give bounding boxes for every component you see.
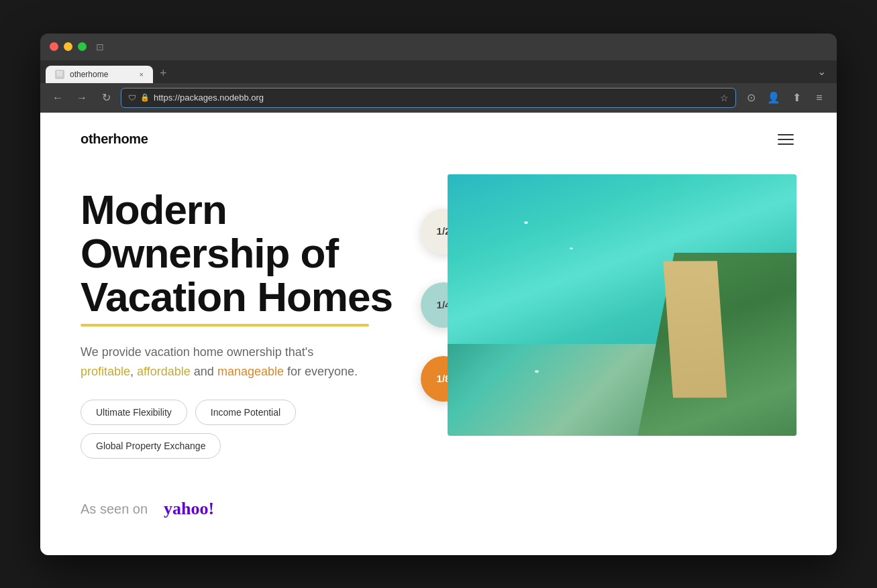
nav-right-buttons: ⊙ 👤 ⬆ ≡ <box>741 89 829 107</box>
title-line1: Modern <box>81 186 227 233</box>
boat-dot-1 <box>524 221 528 224</box>
minimize-button[interactable] <box>64 42 72 51</box>
menu-button[interactable]: ≡ <box>810 89 829 107</box>
text-and: and <box>194 365 214 378</box>
title-underline <box>81 324 369 327</box>
comma1: , <box>130 365 134 378</box>
window-icon: ⊡ <box>96 42 104 52</box>
hamburger-button[interactable] <box>775 131 796 148</box>
tag-income-potential[interactable]: Income Potential <box>195 400 296 425</box>
bookmark-icon[interactable]: ☆ <box>720 93 729 103</box>
forward-button[interactable]: → <box>72 89 91 107</box>
pocket-button[interactable]: ⊙ <box>741 89 760 107</box>
tab-favicon: ⬜ <box>55 70 64 79</box>
active-tab[interactable]: ⬜ otherhome × <box>46 66 153 83</box>
url-text: https://packages.nodebb.org <box>154 93 716 103</box>
new-tab-button[interactable]: + <box>153 64 174 83</box>
tag-buttons: Ultimate Flexibility Income Potential Gl… <box>81 400 407 459</box>
titlebar: ⊡ <box>40 34 837 60</box>
text-affordable: affordable <box>137 365 191 378</box>
text-profitable: profitable <box>81 365 130 378</box>
hero-image-area: 1/2 1/4 1/8 <box>448 174 796 436</box>
site-logo: otherhome <box>81 131 148 147</box>
title-line3: Vacation Homes <box>81 274 393 320</box>
browser-window: ⊡ ⬜ otherhome × + ⌄ ← → ↻ 🛡 🔒 https://pa… <box>40 34 837 555</box>
back-button[interactable]: ← <box>48 89 67 107</box>
hero-image <box>448 174 796 436</box>
refresh-button[interactable]: ↻ <box>97 89 115 107</box>
hero-text: Modern Ownership of Vacation Homes We pr… <box>81 174 407 459</box>
account-button[interactable]: 👤 <box>764 89 783 107</box>
as-seen-on: As seen on yahoo! <box>40 485 837 526</box>
close-button[interactable] <box>50 42 58 51</box>
navbar: ← → ↻ 🛡 🔒 https://packages.nodebb.org ☆ … <box>40 83 837 113</box>
maximize-button[interactable] <box>78 42 87 51</box>
hero-title: Modern Ownership of Vacation Homes <box>81 188 407 318</box>
tag-ultimate-flexibility[interactable]: Ultimate Flexibility <box>81 400 187 425</box>
hamburger-line-2 <box>778 139 794 140</box>
title-line2: Ownership of <box>81 230 338 276</box>
hero-description: We provide vacation home ownership that'… <box>81 343 407 381</box>
as-seen-label: As seen on <box>81 502 148 517</box>
tag-global-property-exchange[interactable]: Global Property Exchange <box>81 433 221 459</box>
share-button[interactable]: ⬆ <box>787 89 806 107</box>
tab-close-button[interactable]: × <box>140 70 144 78</box>
hamburger-line-1 <box>778 134 794 135</box>
tabs-expand-icon[interactable]: ⌄ <box>812 60 831 83</box>
hero-section: Modern Ownership of Vacation Homes We pr… <box>40 161 837 486</box>
lock-icon: 🔒 <box>140 93 150 102</box>
text-manageable: manageable <box>217 365 284 378</box>
boat-dot-3 <box>535 370 539 373</box>
site-header: otherhome <box>40 113 837 161</box>
page-content: otherhome Modern Ownership of Vacation H… <box>40 113 837 555</box>
text-for-everyone: for everyone. <box>287 365 358 378</box>
yahoo-logo: yahoo! <box>164 499 214 519</box>
address-bar[interactable]: 🛡 🔒 https://packages.nodebb.org ☆ <box>121 88 736 108</box>
shield-icon: 🛡 <box>128 93 136 103</box>
logo-text-bold: home <box>113 131 148 146</box>
desc-prefix: We provide vacation home ownership that'… <box>81 345 313 359</box>
logo-text-normal: other <box>81 131 113 146</box>
hamburger-line-3 <box>778 143 794 145</box>
tab-title: otherhome <box>70 70 108 79</box>
boat-dot-2 <box>570 247 573 249</box>
tab-bar: ⬜ otherhome × + ⌄ <box>40 60 837 83</box>
